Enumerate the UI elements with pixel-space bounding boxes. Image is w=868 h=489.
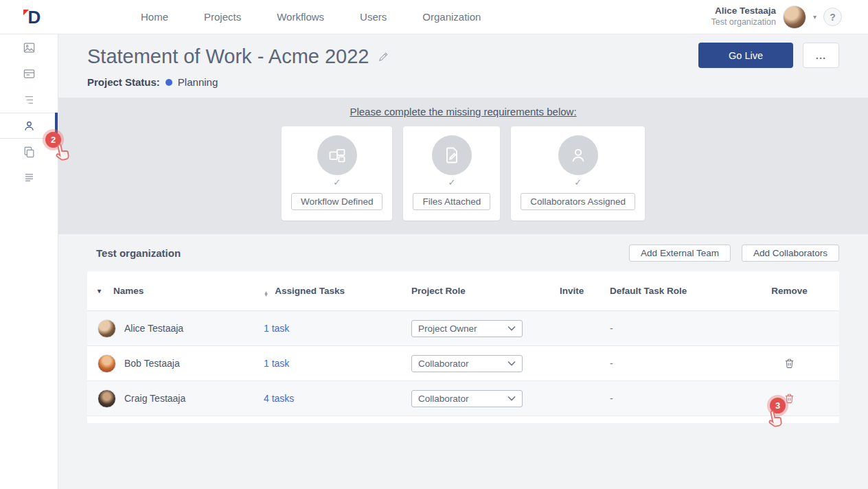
collaborators-table: ▾ Names ▲▼ Assigned Tasks Project Role I… xyxy=(87,271,839,423)
add-external-team-button[interactable]: Add External Team xyxy=(629,244,731,262)
chevron-down-icon xyxy=(507,396,516,401)
default-task-role-value: - xyxy=(610,323,613,334)
nav-item-organization[interactable]: Organization xyxy=(422,11,481,23)
default-task-role-value: - xyxy=(610,393,613,404)
remove-collaborator-button[interactable] xyxy=(782,391,797,406)
column-header-remove: Remove xyxy=(750,286,829,296)
organization-heading: Test organization xyxy=(96,247,181,259)
main-content: Statement of Work - Acme 2022 Project St… xyxy=(58,34,868,489)
nav-item-workflows[interactable]: Workflows xyxy=(277,11,324,23)
assigned-tasks-link[interactable]: 1 task xyxy=(264,323,289,334)
table-row: Alice Testaaja 1 task Project Owner - xyxy=(87,311,839,346)
check-icon: ✓ xyxy=(333,177,341,187)
user-organization: Test organization xyxy=(711,17,776,28)
file-icon xyxy=(432,135,472,175)
check-icon: ✓ xyxy=(574,177,582,187)
sort-caret-icon: ▾ xyxy=(98,287,101,295)
lines-icon xyxy=(23,172,36,185)
project-status: Project Status: Planning xyxy=(87,76,839,88)
assigned-tasks-link[interactable]: 4 tasks xyxy=(264,393,294,404)
requirement-card-workflow: ✓ Workflow Defined xyxy=(282,126,393,220)
task-list-icon xyxy=(23,93,36,106)
column-header-default-task-role: Default Task Role xyxy=(610,286,750,296)
copy-icon xyxy=(23,146,36,159)
person-icon xyxy=(558,135,598,175)
user-menu: Alice Testaaja Test organization ▾ ? xyxy=(711,5,868,29)
app-logo[interactable]: D xyxy=(0,8,69,26)
requirement-card-collaborators: ✓ Collaborators Assigned xyxy=(511,126,645,220)
sidebar-item-tasks[interactable] xyxy=(0,87,58,113)
column-header-assigned-tasks[interactable]: ▲▼ Assigned Tasks xyxy=(264,286,411,297)
requirement-card-files: ✓ Files Attached xyxy=(403,126,500,220)
check-icon: ✓ xyxy=(448,177,455,187)
trash-icon xyxy=(784,357,795,369)
table-body: Alice Testaaja 1 task Project Owner - xyxy=(87,311,839,416)
table-header-row: ▾ Names ▲▼ Assigned Tasks Project Role I… xyxy=(87,271,839,311)
column-label-project-role: Project Role xyxy=(411,286,466,296)
page-header: Statement of Work - Acme 2022 Project St… xyxy=(58,34,868,88)
more-options-button[interactable]: ... xyxy=(803,43,839,68)
default-task-role-value: - xyxy=(610,358,613,369)
card-icon xyxy=(23,67,36,80)
status-value: Planning xyxy=(178,76,218,88)
user-info: Alice Testaaja Test organization xyxy=(711,5,776,28)
nav-item-projects[interactable]: Projects xyxy=(204,11,241,23)
requirements-cards: ✓ Workflow Defined ✓ Files Attached ✓ Co… xyxy=(58,126,868,220)
sidebar-item-workflow[interactable] xyxy=(0,60,58,87)
column-label-invite: Invite xyxy=(560,286,584,296)
requirements-section: Please complete the missing requirements… xyxy=(58,98,868,234)
sidebar-item-overview[interactable] xyxy=(0,34,58,60)
main-nav: Home Projects Workflows Users Organizati… xyxy=(141,11,481,23)
avatar xyxy=(98,319,116,338)
project-role-select[interactable]: Collaborator xyxy=(411,355,523,372)
column-header-invite: Invite xyxy=(560,286,610,296)
workflow-defined-button[interactable]: Workflow Defined xyxy=(291,193,383,210)
avatar xyxy=(98,354,116,373)
app-window: D Home Projects Workflows Users Organiza… xyxy=(0,0,868,489)
table-row: Bob Testaaja 1 task Collaborator - xyxy=(87,346,839,381)
sidebar-item-notes[interactable] xyxy=(0,165,58,191)
add-collaborators-button[interactable]: Add Collaborators xyxy=(742,244,839,262)
sort-icon: ▲▼ xyxy=(264,291,269,297)
collaborators-assigned-button[interactable]: Collaborators Assigned xyxy=(521,193,635,210)
column-header-project-role: Project Role xyxy=(411,286,560,296)
user-avatar[interactable] xyxy=(783,5,806,29)
chevron-down-icon xyxy=(507,326,516,331)
status-label: Project Status: xyxy=(87,76,160,88)
trash-icon xyxy=(784,392,795,405)
page-title: Statement of Work - Acme 2022 xyxy=(87,45,369,68)
requirements-heading: Please complete the missing requirements… xyxy=(58,106,868,117)
column-header-names[interactable]: ▾ Names xyxy=(98,286,264,296)
sidebar-item-collaborators[interactable] xyxy=(0,113,58,139)
nav-item-users[interactable]: Users xyxy=(360,11,387,23)
nav-item-home[interactable]: Home xyxy=(141,11,168,23)
person-name: Alice Testaaja xyxy=(124,323,183,334)
person-icon xyxy=(23,120,36,133)
chevron-down-icon xyxy=(507,361,516,366)
select-value: Collaborator xyxy=(418,394,469,404)
column-label-names: Names xyxy=(113,286,144,296)
person-name: Craig Testaaja xyxy=(124,393,185,404)
table-row: Craig Testaaja 4 tasks Collaborator - xyxy=(87,381,839,416)
person-name: Bob Testaaja xyxy=(124,358,180,369)
project-role-select[interactable]: Collaborator xyxy=(411,390,523,407)
project-role-select[interactable]: Project Owner xyxy=(411,320,523,337)
chevron-down-icon[interactable]: ▾ xyxy=(813,13,816,21)
sidebar-item-files[interactable] xyxy=(0,139,58,165)
column-label-remove: Remove xyxy=(771,286,808,296)
top-navigation: D Home Projects Workflows Users Organiza… xyxy=(0,0,868,34)
header-actions: Go Live ... xyxy=(698,43,839,68)
collaborators-section: Test organization Add External Team Add … xyxy=(58,234,868,423)
image-icon xyxy=(23,41,36,54)
remove-collaborator-button[interactable] xyxy=(782,356,797,371)
files-attached-button[interactable]: Files Attached xyxy=(413,193,490,210)
go-live-button[interactable]: Go Live xyxy=(698,43,793,68)
left-sidebar xyxy=(0,34,58,489)
edit-title-icon[interactable] xyxy=(378,51,389,62)
logo-letter: D xyxy=(28,8,41,26)
help-button[interactable]: ? xyxy=(823,8,842,26)
select-value: Collaborator xyxy=(418,359,469,369)
status-dot-icon xyxy=(165,79,172,86)
assigned-tasks-link[interactable]: 1 task xyxy=(264,358,289,369)
select-value: Project Owner xyxy=(418,323,477,334)
